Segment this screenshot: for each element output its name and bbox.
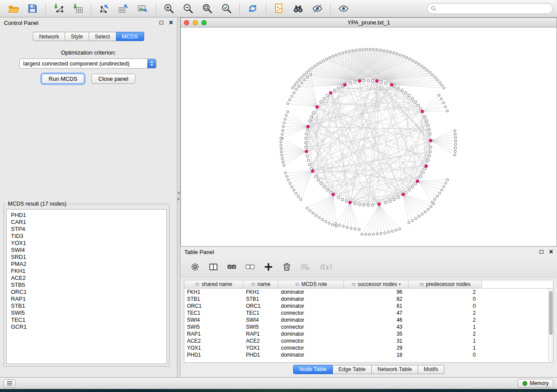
table-row-swi4[interactable]: SWI4SWI4dominator462 [184,316,553,323]
column-header-predecessor-nodes[interactable]: predecessor nodes [408,280,482,289]
mcds-result-item[interactable]: ACE2 [11,275,166,282]
column-header-shared-name[interactable]: shared name [184,280,243,289]
toolbar-zoom-selected-region-button[interactable] [218,1,235,16]
cell-mcds-role: connector [278,323,344,330]
toolbar-apply-preferred-layout-button[interactable] [244,1,262,16]
control-panel-header: Control Panel × [0,17,177,28]
table-toolbar-add-column-button[interactable] [261,260,276,274]
mcds-result-item[interactable]: YOX1 [11,240,166,247]
hide-selected-icon [311,3,323,14]
window-zoom-button[interactable] [201,20,207,25]
mcds-result-item[interactable]: SWI4 [11,247,166,254]
cell-mcds-role: connector [278,344,344,351]
optimization-criterion-label: Optimization criterion: [0,49,177,56]
mcds-result-item[interactable]: STP4 [11,226,166,233]
mcds-result-item[interactable]: STB1 [11,303,166,309]
toolbar-save-session-button[interactable] [24,1,42,16]
run-mcds-button[interactable]: Run MCDS [42,74,84,84]
clone-network-icon [273,3,285,14]
mcds-result-item[interactable]: GCR1 [11,323,166,330]
toolbar-show-eye-button[interactable] [335,1,353,16]
cell-shared-name: FKH1 [184,289,243,296]
search-input[interactable] [427,3,553,14]
optimization-criterion-select[interactable]: largest connected component (undirected) [19,58,156,69]
toolbar-clone-network-button[interactable] [270,1,288,16]
table-row-tec1[interactable]: TEC1TEC1connector472 [184,309,553,316]
network-graph-canvas[interactable] [181,28,557,246]
table-scrollbar-thumb[interactable] [549,291,553,335]
tab-motifs[interactable]: Motifs [418,365,444,374]
mcds-result-item[interactable]: TID3 [11,233,166,240]
tab-edge-table[interactable]: Edge Table [333,365,372,374]
mcds-result-item[interactable]: FKH1 [11,268,166,275]
table-toolbar-select-all-rows-button[interactable] [224,260,239,274]
table-toolbar-split-panel-button[interactable] [206,260,221,274]
toolbar-separator [266,3,266,14]
tab-node-table[interactable]: Node Table [293,365,333,374]
memory-button[interactable]: Memory [518,379,554,388]
toolbar-open-file-button[interactable] [4,1,22,16]
toolbar-zoom-out-button[interactable] [179,1,197,16]
mcds-result-item[interactable]: ORC1 [11,289,166,296]
close-panel-button[interactable]: Close panel [91,74,135,84]
control-panel-title: Control Panel [4,20,38,26]
mcds-result-item[interactable]: TEC1 [11,316,166,323]
close-table-panel-icon[interactable]: × [549,249,553,255]
toolbar-export-table-button[interactable] [114,1,132,16]
splitter-collapse-left-icon[interactable] [178,191,180,195]
mcds-result-item[interactable]: STB5 [11,282,166,289]
toolbar-import-table-from-file-button[interactable] [69,1,87,16]
mcds-result-item[interactable]: PMA2 [11,261,166,268]
zoom-out-icon [182,3,194,14]
column-header-name[interactable]: name [243,280,278,289]
table-row-orc1[interactable]: ORC1ORC1dominator610 [184,303,553,309]
tab-style[interactable]: Style [65,32,89,41]
toolbar-export-image-button[interactable] [134,1,152,16]
column-header-mcds-role[interactable]: MCDS role [278,280,344,289]
column-header-successor-nodes[interactable]: successor nodes▾ [344,280,408,289]
status-menu-button[interactable] [3,379,15,388]
toolbar-zoom-in-button[interactable] [160,1,178,16]
toolbar-export-network-button[interactable] [95,1,113,16]
cell-successor-nodes: 43 [344,323,408,330]
window-minimize-button[interactable] [193,20,198,25]
export-table-icon [118,3,129,14]
toolbar-import-network-from-file-button[interactable] [50,1,68,16]
table-row-ace2[interactable]: ACE2ACE2connector311 [184,337,553,344]
float-table-panel-icon[interactable] [540,250,543,254]
toolbar-find-binoculars-button[interactable] [289,1,307,16]
table-toolbar-table-settings-button[interactable] [187,260,202,274]
table-scrollbar[interactable] [548,289,553,362]
table-row-stb1[interactable]: STB1STB1dominator620 [184,296,553,303]
cell-shared-name: SWI5 [184,323,243,330]
toolbar-hide-selected-button[interactable] [308,1,326,16]
table-toolbar-clear-table-button[interactable] [298,260,312,274]
panel-splitter[interactable] [177,17,180,377]
tab-network[interactable]: Network [33,32,65,41]
tab-network-table[interactable]: Network Table [372,365,418,374]
close-panel-icon[interactable]: × [169,20,173,26]
window-close-button[interactable] [184,20,189,25]
table-toolbar-delete-column-button[interactable] [279,260,294,274]
table-row-phd1[interactable]: PHD1PHD1dominator180 [184,351,553,358]
mcds-result-item[interactable]: SWI5 [11,309,166,316]
table-row-rap1[interactable]: RAP1RAP1dominator352 [184,330,553,337]
float-panel-icon[interactable] [159,21,163,24]
mcds-result-item[interactable]: PHD1 [11,212,166,219]
status-bar: Memory [0,377,557,389]
cell-successor-nodes: 35 [344,330,408,337]
table-row-swi5[interactable]: SWI5SWI5connector431 [184,323,553,330]
splitter-collapse-right-icon[interactable] [178,197,180,201]
mcds-result-item[interactable]: SRD1 [11,254,166,261]
table-panel-title: Table Panel [184,249,214,255]
tab-mcds[interactable]: MCDS [116,32,144,41]
table-row-fkh1[interactable]: FKH1FKH1dominator962 [184,289,553,296]
mcds-result-list[interactable]: PHD1CAR1STP4TID3YOX1SWI4SRD1PMA2FKH1ACE2… [6,209,167,364]
table-toolbar-deselect-all-rows-button[interactable] [242,260,257,274]
toolbar-zoom-fit-content-button[interactable] [198,1,216,16]
tab-select[interactable]: Select [89,32,116,41]
table-toolbar-function-builder-button[interactable]: f(x) [316,260,335,274]
mcds-result-item[interactable]: RAP1 [11,296,166,303]
table-row-yox1[interactable]: YOX1YOX1connector291 [184,344,553,351]
mcds-result-item[interactable]: CAR1 [11,219,166,226]
